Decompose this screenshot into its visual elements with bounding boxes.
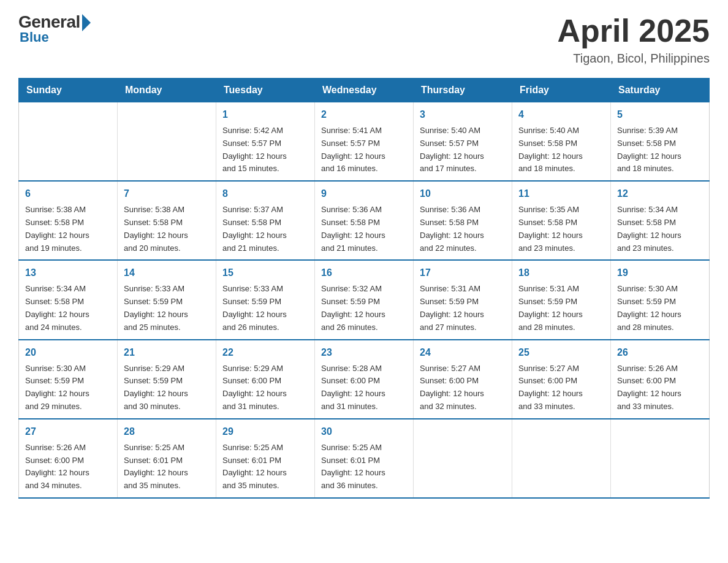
calendar-cell: 24Sunrise: 5:27 AM Sunset: 6:00 PM Dayli…: [414, 340, 512, 419]
calendar-cell: 10Sunrise: 5:36 AM Sunset: 5:58 PM Dayli…: [414, 181, 512, 260]
logo: General Blue: [18, 12, 91, 45]
calendar-cell: 17Sunrise: 5:31 AM Sunset: 5:59 PM Dayli…: [414, 260, 512, 339]
day-info: Sunrise: 5:40 AM Sunset: 5:58 PM Dayligh…: [518, 124, 604, 175]
day-number: 19: [617, 266, 703, 280]
calendar-table: SundayMondayTuesdayWednesdayThursdayFrid…: [18, 78, 710, 499]
calendar-cell: 8Sunrise: 5:37 AM Sunset: 5:58 PM Daylig…: [216, 181, 315, 260]
day-info: Sunrise: 5:41 AM Sunset: 5:57 PM Dayligh…: [321, 124, 407, 175]
calendar-day-header: Friday: [512, 79, 611, 102]
calendar-day-header: Wednesday: [315, 79, 414, 102]
day-number: 21: [124, 345, 210, 360]
day-info: Sunrise: 5:27 AM Sunset: 6:00 PM Dayligh…: [518, 362, 604, 413]
day-info: Sunrise: 5:31 AM Sunset: 5:59 PM Dayligh…: [420, 283, 506, 334]
day-number: 11: [518, 186, 604, 201]
day-number: 22: [222, 345, 308, 360]
calendar-cell: 22Sunrise: 5:29 AM Sunset: 6:00 PM Dayli…: [216, 340, 315, 419]
calendar-cell: 9Sunrise: 5:36 AM Sunset: 5:58 PM Daylig…: [315, 181, 414, 260]
calendar-cell: 26Sunrise: 5:26 AM Sunset: 6:00 PM Dayli…: [611, 340, 710, 419]
day-number: 6: [25, 186, 111, 201]
day-info: Sunrise: 5:37 AM Sunset: 5:58 PM Dayligh…: [222, 204, 308, 255]
calendar-cell: [414, 419, 512, 498]
calendar-cell: 12Sunrise: 5:34 AM Sunset: 5:58 PM Dayli…: [611, 181, 710, 260]
day-number: 16: [321, 266, 407, 280]
day-info: Sunrise: 5:38 AM Sunset: 5:58 PM Dayligh…: [25, 204, 111, 255]
day-info: Sunrise: 5:34 AM Sunset: 5:58 PM Dayligh…: [25, 283, 111, 334]
page-header: General Blue April 2025 Tigaon, Bicol, P…: [18, 12, 710, 66]
calendar-week-row: 1Sunrise: 5:42 AM Sunset: 5:57 PM Daylig…: [19, 102, 710, 182]
calendar-day-header: Tuesday: [216, 79, 315, 102]
calendar-cell: 11Sunrise: 5:35 AM Sunset: 5:58 PM Dayli…: [512, 181, 611, 260]
calendar-cell: [512, 419, 611, 498]
day-info: Sunrise: 5:34 AM Sunset: 5:58 PM Dayligh…: [617, 204, 703, 255]
calendar-cell: 21Sunrise: 5:29 AM Sunset: 5:59 PM Dayli…: [118, 340, 216, 419]
day-info: Sunrise: 5:42 AM Sunset: 5:57 PM Dayligh…: [222, 124, 308, 175]
day-info: Sunrise: 5:36 AM Sunset: 5:58 PM Dayligh…: [420, 204, 506, 255]
calendar-week-row: 27Sunrise: 5:26 AM Sunset: 6:00 PM Dayli…: [19, 419, 710, 498]
calendar-week-row: 13Sunrise: 5:34 AM Sunset: 5:58 PM Dayli…: [19, 260, 710, 339]
location-text: Tigaon, Bicol, Philippines: [557, 52, 710, 66]
logo-blue-text: Blue: [20, 29, 49, 45]
day-number: 2: [321, 107, 407, 122]
calendar-cell: 1Sunrise: 5:42 AM Sunset: 5:57 PM Daylig…: [216, 102, 315, 182]
day-number: 3: [420, 107, 506, 122]
calendar-day-header: Saturday: [611, 79, 710, 102]
calendar-cell: [611, 419, 710, 498]
calendar-cell: [19, 102, 118, 182]
day-info: Sunrise: 5:38 AM Sunset: 5:58 PM Dayligh…: [124, 204, 210, 255]
day-number: 26: [617, 345, 703, 360]
day-info: Sunrise: 5:33 AM Sunset: 5:59 PM Dayligh…: [222, 283, 308, 334]
day-info: Sunrise: 5:26 AM Sunset: 6:00 PM Dayligh…: [25, 442, 111, 492]
calendar-cell: 3Sunrise: 5:40 AM Sunset: 5:57 PM Daylig…: [414, 102, 512, 182]
calendar-cell: 27Sunrise: 5:26 AM Sunset: 6:00 PM Dayli…: [19, 419, 118, 498]
day-info: Sunrise: 5:29 AM Sunset: 6:00 PM Dayligh…: [222, 362, 308, 413]
day-info: Sunrise: 5:25 AM Sunset: 6:01 PM Dayligh…: [124, 442, 210, 492]
day-info: Sunrise: 5:30 AM Sunset: 5:59 PM Dayligh…: [617, 283, 703, 334]
calendar-day-header: Thursday: [414, 79, 512, 102]
calendar-cell: 28Sunrise: 5:25 AM Sunset: 6:01 PM Dayli…: [118, 419, 216, 498]
day-number: 23: [321, 345, 407, 360]
calendar-cell: 18Sunrise: 5:31 AM Sunset: 5:59 PM Dayli…: [512, 260, 611, 339]
day-number: 27: [25, 424, 111, 439]
calendar-cell: 25Sunrise: 5:27 AM Sunset: 6:00 PM Dayli…: [512, 340, 611, 419]
calendar-cell: [118, 102, 216, 182]
calendar-day-header: Sunday: [19, 79, 118, 102]
calendar-cell: 23Sunrise: 5:28 AM Sunset: 6:00 PM Dayli…: [315, 340, 414, 419]
day-number: 1: [222, 107, 308, 122]
day-number: 25: [518, 345, 604, 360]
day-info: Sunrise: 5:25 AM Sunset: 6:01 PM Dayligh…: [222, 442, 308, 492]
calendar-cell: 30Sunrise: 5:25 AM Sunset: 6:01 PM Dayli…: [315, 419, 414, 498]
day-info: Sunrise: 5:40 AM Sunset: 5:57 PM Dayligh…: [420, 124, 506, 175]
day-number: 10: [420, 186, 506, 201]
day-info: Sunrise: 5:26 AM Sunset: 6:00 PM Dayligh…: [617, 362, 703, 413]
calendar-cell: 13Sunrise: 5:34 AM Sunset: 5:58 PM Dayli…: [19, 260, 118, 339]
day-info: Sunrise: 5:27 AM Sunset: 6:00 PM Dayligh…: [420, 362, 506, 413]
day-number: 29: [222, 424, 308, 439]
day-number: 5: [617, 107, 703, 122]
calendar-cell: 7Sunrise: 5:38 AM Sunset: 5:58 PM Daylig…: [118, 181, 216, 260]
calendar-cell: 20Sunrise: 5:30 AM Sunset: 5:59 PM Dayli…: [19, 340, 118, 419]
calendar-week-row: 20Sunrise: 5:30 AM Sunset: 5:59 PM Dayli…: [19, 340, 710, 419]
calendar-cell: 29Sunrise: 5:25 AM Sunset: 6:01 PM Dayli…: [216, 419, 315, 498]
day-info: Sunrise: 5:35 AM Sunset: 5:58 PM Dayligh…: [518, 204, 604, 255]
logo-arrow-icon: [82, 14, 91, 31]
day-number: 9: [321, 186, 407, 201]
calendar-cell: 4Sunrise: 5:40 AM Sunset: 5:58 PM Daylig…: [512, 102, 611, 182]
day-info: Sunrise: 5:25 AM Sunset: 6:01 PM Dayligh…: [321, 442, 407, 492]
day-number: 24: [420, 345, 506, 360]
day-number: 13: [25, 266, 111, 280]
calendar-cell: 16Sunrise: 5:32 AM Sunset: 5:59 PM Dayli…: [315, 260, 414, 339]
day-info: Sunrise: 5:28 AM Sunset: 6:00 PM Dayligh…: [321, 362, 407, 413]
title-section: April 2025 Tigaon, Bicol, Philippines: [557, 12, 710, 66]
calendar-week-row: 6Sunrise: 5:38 AM Sunset: 5:58 PM Daylig…: [19, 181, 710, 260]
day-number: 20: [25, 345, 111, 360]
calendar-cell: 2Sunrise: 5:41 AM Sunset: 5:57 PM Daylig…: [315, 102, 414, 182]
calendar-cell: 5Sunrise: 5:39 AM Sunset: 5:58 PM Daylig…: [611, 102, 710, 182]
day-number: 17: [420, 266, 506, 280]
month-title: April 2025: [557, 12, 710, 49]
day-info: Sunrise: 5:36 AM Sunset: 5:58 PM Dayligh…: [321, 204, 407, 255]
day-info: Sunrise: 5:29 AM Sunset: 5:59 PM Dayligh…: [124, 362, 210, 413]
calendar-cell: 6Sunrise: 5:38 AM Sunset: 5:58 PM Daylig…: [19, 181, 118, 260]
calendar-cell: 19Sunrise: 5:30 AM Sunset: 5:59 PM Dayli…: [611, 260, 710, 339]
calendar-cell: 15Sunrise: 5:33 AM Sunset: 5:59 PM Dayli…: [216, 260, 315, 339]
day-number: 14: [124, 266, 210, 280]
